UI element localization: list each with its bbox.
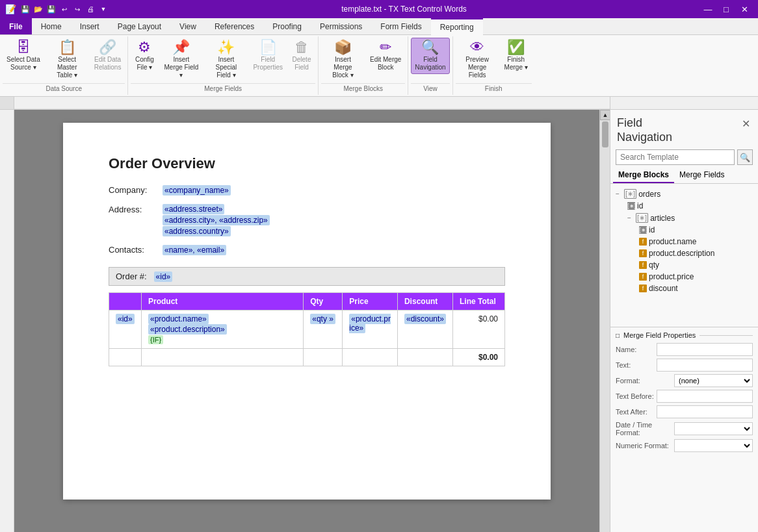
insert-merge-field-button[interactable]: 📌 InsertMerge Field ▾ <box>159 38 203 82</box>
select-data-source-button[interactable]: 🗄 Select DataSource ▾ <box>3 38 44 74</box>
save2-icon[interactable]: 💾 <box>46 4 57 14</box>
vertical-scrollbar[interactable]: ▲ ▼ <box>599 110 610 532</box>
tree-item-qty[interactable]: f qty <box>639 259 753 271</box>
tree-item-product-name[interactable]: f product.name <box>639 236 753 247</box>
scroll-up-button[interactable]: ▲ <box>600 110 610 120</box>
tab-view[interactable]: View <box>170 18 205 34</box>
print-icon[interactable]: 🖨 <box>85 4 96 14</box>
numeric-select[interactable] <box>674 439 753 452</box>
finish-merge-button[interactable]: ✅ FinishMerge ▾ <box>501 38 532 74</box>
tab-proofing[interactable]: Proofing <box>263 18 311 34</box>
search-button[interactable]: 🔍 <box>737 149 753 165</box>
edit-data-relations-button[interactable]: 🔗 Edit DataRelations <box>90 38 125 74</box>
table-header-discount: Discount <box>397 293 452 310</box>
product-desc-tree-label: product.description <box>649 249 714 258</box>
merge-blocks-group-label: Merge Blocks <box>321 83 405 94</box>
tree-item-product-desc[interactable]: f product.description <box>639 247 753 259</box>
scroll-track-v[interactable] <box>600 120 610 532</box>
datetime-label: Date / Time Format: <box>616 421 674 437</box>
datetime-select[interactable] <box>674 422 753 435</box>
text-before-input[interactable] <box>657 390 753 403</box>
finish-merge-label: FinishMerge ▾ <box>504 56 528 71</box>
ribbon-group-merge-fields: ⚙ ConfigFile ▾ 📌 InsertMerge Field ▾ ✨ I… <box>128 36 319 95</box>
config-icon: ⚙ <box>138 40 151 55</box>
table-cell-qty: «qty » <box>304 310 343 349</box>
tree-item-orders-id[interactable]: [∗] id <box>627 200 753 212</box>
text-after-input[interactable] <box>657 405 753 418</box>
panel-close-button[interactable]: ✕ <box>740 116 751 131</box>
field-navigation-label: FieldNavigation <box>415 56 445 71</box>
tree-item-product-price[interactable]: f product.price <box>639 271 753 283</box>
articles-label: articles <box>650 214 675 223</box>
tab-page-layout[interactable]: Page Layout <box>109 18 170 34</box>
merge-field-properties: □ Merge Field Properties Name: Text: For… <box>610 327 758 459</box>
doc-scroll[interactable]: Order Overview Company: «company_name» A… <box>14 110 599 532</box>
preview-merge-fields-button[interactable]: 👁 PreviewMerge Fields <box>456 38 499 82</box>
address-fields: «address.street» «address.city», «addres… <box>163 205 270 236</box>
search-template-input[interactable] <box>616 149 735 165</box>
field-navigation-button[interactable]: 🔍 FieldNavigation <box>411 38 449 74</box>
tree-item-orders[interactable]: − [∗] orders <box>616 188 753 200</box>
doc-content: Order Overview Company: «company_name» A… <box>14 110 610 532</box>
maximize-button[interactable]: □ <box>718 2 735 16</box>
props-format-row: Format: (none) <box>616 374 753 387</box>
tab-references[interactable]: References <box>205 18 263 34</box>
minimize-button[interactable]: — <box>699 2 716 16</box>
field-navigation-panel: FieldNavigation ✕ 🔍 Merge Blocks Merge F… <box>610 110 758 532</box>
open-icon[interactable]: 📂 <box>33 4 44 14</box>
orders-id-label: id <box>637 201 643 210</box>
format-select[interactable]: (none) <box>674 374 753 387</box>
tab-merge-fields[interactable]: Merge Fields <box>674 168 729 183</box>
redo-icon[interactable]: ↪ <box>72 4 83 14</box>
table-cell-id: «id» <box>109 310 142 349</box>
save-icon[interactable]: 💾 <box>20 4 31 14</box>
props-textafter-row: Text After: <box>616 405 753 418</box>
insert-special-field-button[interactable]: ✨ InsertSpecial Field ▾ <box>204 38 248 82</box>
tab-insert[interactable]: Insert <box>71 18 109 34</box>
text-input[interactable] <box>657 359 753 372</box>
tab-merge-blocks[interactable]: Merge Blocks <box>613 168 674 183</box>
text-label: Text: <box>616 361 657 369</box>
total-empty-4 <box>343 349 398 366</box>
table-row: «id» «product.name» «product.description… <box>109 310 505 349</box>
select-master-table-button[interactable]: 📋 SelectMaster Table ▾ <box>46 38 89 82</box>
tree-item-articles[interactable]: − [∗] articles <box>627 212 753 224</box>
insert-merge-block-button[interactable]: 📦 InsertMerge Block ▾ <box>321 38 365 82</box>
table-header-product: Product <box>142 293 304 310</box>
tree-item-articles-id[interactable]: [∗] id <box>639 224 753 236</box>
tab-home[interactable]: Home <box>32 18 71 34</box>
close-button[interactable]: ✕ <box>736 2 753 16</box>
view-group-label: View <box>411 83 449 94</box>
format-label: Format: <box>616 377 674 385</box>
edit-merge-block-button[interactable]: ✏ Edit MergeBlock <box>366 38 405 74</box>
collapse-props-icon[interactable]: □ <box>616 332 620 339</box>
merge-blocks-items: 📦 InsertMerge Block ▾ ✏ Edit MergeBlock <box>321 38 405 82</box>
delete-field-button[interactable]: 🗑 DeleteField <box>288 38 315 74</box>
undo-icon[interactable]: ↩ <box>59 4 70 14</box>
scroll-thumb-v[interactable] <box>602 121 608 147</box>
props-name-row: Name: <box>616 343 753 356</box>
dropdown-icon[interactable]: ▼ <box>98 4 109 14</box>
orders-toggle[interactable]: − <box>616 190 622 197</box>
name-input[interactable] <box>657 343 753 356</box>
titlebar-controls: — □ ✕ <box>699 2 753 16</box>
delete-field-icon: 🗑 <box>294 40 309 55</box>
ribbon-content: 🗄 Select DataSource ▾ 📋 SelectMaster Tab… <box>0 35 758 96</box>
titlebar: 📝 💾 📂 💾 ↩ ↪ 🖨 ▼ template.txt - TX Text C… <box>0 0 758 18</box>
tab-file[interactable]: File <box>0 18 32 34</box>
address-label: Address: <box>109 205 157 214</box>
articles-toggle[interactable]: − <box>627 214 634 222</box>
ruler-corner <box>0 97 14 109</box>
field-properties-button[interactable]: 📄 FieldProperties <box>249 38 287 74</box>
edit-block-icon: ✏ <box>380 40 391 55</box>
company-label: Company: <box>109 185 157 195</box>
tab-form-fields[interactable]: Form Fields <box>371 18 430 34</box>
tab-reporting[interactable]: Reporting <box>431 18 483 35</box>
tab-permissions[interactable]: Permissions <box>311 18 371 34</box>
horizontal-ruler <box>14 97 610 109</box>
tree-item-discount[interactable]: f discount <box>639 283 753 294</box>
ribbon-tabs: File Home Insert Page Layout View Refere… <box>0 18 758 35</box>
app-icon: 📝 <box>5 4 16 14</box>
insert-merge-block-label: InsertMerge Block ▾ <box>325 56 361 79</box>
config-file-button[interactable]: ⚙ ConfigFile ▾ <box>131 38 158 74</box>
